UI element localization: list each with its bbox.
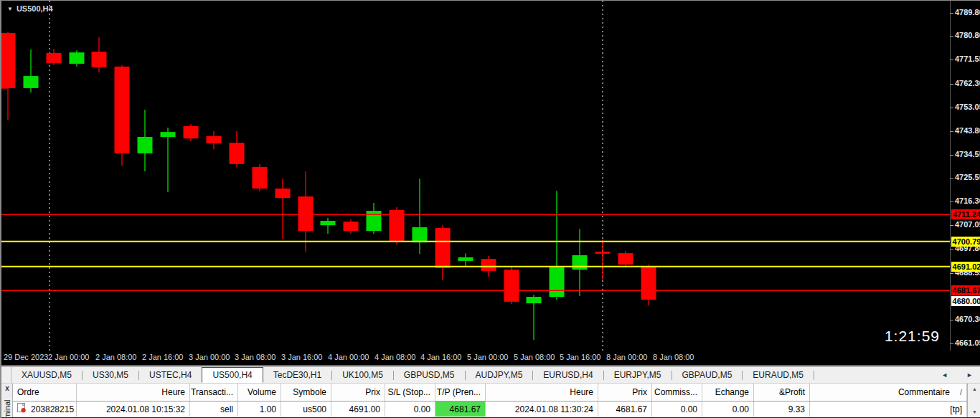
symbol-tab-euraud-m5[interactable]: EURAUD,M5 xyxy=(743,367,814,383)
symbol-tab-audjpy-m5[interactable]: AUDJPY,M5 xyxy=(466,367,533,383)
order-cell-value: sell xyxy=(220,404,233,414)
order-cell-volume[interactable]: 1.00 xyxy=(238,402,281,417)
column-header-label: Echange xyxy=(715,387,749,397)
candle-body xyxy=(184,126,199,138)
column-header-volume[interactable]: Volume xyxy=(238,384,281,401)
column-header-label: Heure xyxy=(570,387,593,397)
order-cell-commiss[interactable]: 0.00 xyxy=(652,402,702,417)
symbol-tab-us30-m5[interactable]: US30,M5 xyxy=(83,367,138,383)
chevron-down-icon[interactable]: ▼ xyxy=(7,6,13,12)
price-tick-mark xyxy=(950,13,953,14)
order-cell-heure[interactable]: 2024.01.08 10:15:32 xyxy=(77,402,190,417)
order-cell-s-l-stop[interactable]: 0.00 xyxy=(385,402,435,417)
column-header-ordre[interactable]: Ordre xyxy=(13,384,77,401)
time-axis[interactable]: 29 Dec 20232 Jan 00:002 Jan 08:002 Jan 1… xyxy=(1,351,980,366)
symbol-tab-uk100-m5[interactable]: UK100,M5 xyxy=(332,367,393,383)
order-cell-commentaire[interactable]: [tp] xyxy=(810,402,967,417)
order-cell-ordre[interactable]: 203828215 xyxy=(13,402,77,417)
terminal-tab-label[interactable]: Terminal xyxy=(3,399,11,417)
symbol-tab-gbpusd-m5[interactable]: GBPUSD,M5 xyxy=(394,367,465,383)
price-tick-label: 4707.05 xyxy=(955,220,980,229)
column-header-label: T/P (Pren... xyxy=(437,387,481,397)
symbol-tab-ustec-h4[interactable]: USTEC,H4 xyxy=(139,367,202,383)
column-header-profit[interactable]: &Profit xyxy=(754,384,810,401)
time-axis-label: 3 Jan 08:00 xyxy=(235,353,276,361)
price-tick-label: 4670.30 xyxy=(955,315,980,323)
tab-scroll-left-icon[interactable]: ◄ xyxy=(941,371,948,379)
price-tick-label: 4753.05 xyxy=(955,103,980,111)
column-header-commentaire[interactable]: Commentaire/ xyxy=(810,384,967,401)
candle-body xyxy=(641,267,656,300)
column-header-echange[interactable]: Echange xyxy=(702,384,754,401)
column-header-label: Prix xyxy=(365,387,380,397)
price-tick-mark xyxy=(950,201,953,202)
sort-glyph[interactable]: / xyxy=(960,388,962,396)
candle-body xyxy=(253,167,268,189)
terminal-scrollbar[interactable]: ▲ ▼ xyxy=(967,384,980,417)
terminal-close-button[interactable]: x xyxy=(1,384,13,394)
scroll-down-icon[interactable]: ▼ xyxy=(972,409,977,414)
price-tick-mark xyxy=(950,273,953,274)
column-header-symbole[interactable]: Symbole xyxy=(281,384,331,401)
tab-scroll-right-icon[interactable]: ► xyxy=(966,371,973,379)
time-axis-label: 8 Jan 08:00 xyxy=(653,353,694,361)
time-axis-label: 2 Jan 16:00 xyxy=(142,353,184,361)
price-axis[interactable]: 4789.804780.804771.554762.304753.054743.… xyxy=(950,1,980,351)
column-header-heure[interactable]: Heure xyxy=(486,384,598,401)
price-tick-label: 4661.05 xyxy=(955,338,980,347)
time-axis-label: 2 Jan 00:00 xyxy=(48,353,90,361)
candle-body xyxy=(47,53,62,63)
candle-body xyxy=(367,211,382,231)
time-axis-label: 29 Dec 2023 xyxy=(4,353,48,361)
symbol-tab-us500-h4[interactable]: US500,H4 xyxy=(202,367,263,383)
candle-body xyxy=(230,143,245,164)
scroll-up-icon[interactable]: ▲ xyxy=(972,386,977,391)
order-cell-t-p-pren[interactable]: 4681.67 xyxy=(435,402,486,417)
candle-body xyxy=(344,222,359,231)
order-cell-profit[interactable]: 9.33 xyxy=(754,402,810,417)
orders-table: OrdreHeureTransacti...VolumeSymbolePrixS… xyxy=(13,384,967,417)
order-cell-echange[interactable]: 0.00 xyxy=(702,402,754,417)
chart-area[interactable]: ▼ US500,H4 1:21:59 xyxy=(1,1,950,351)
candle-body xyxy=(275,189,291,198)
column-header-transacti[interactable]: Transacti... xyxy=(190,384,238,401)
order-cell-transacti[interactable]: sell xyxy=(190,402,238,417)
symbol-tab-eurjpy-m5[interactable]: EURJPY,M5 xyxy=(604,367,672,383)
time-axis-label: 4 Jan 16:00 xyxy=(420,353,462,361)
order-cell-value: 1.00 xyxy=(260,404,276,414)
column-header-heure[interactable]: Heure xyxy=(77,384,190,401)
symbol-tab-gbpaud-m5[interactable]: GBPAUD,M5 xyxy=(672,367,743,383)
order-cell-prix[interactable]: 4681.67 xyxy=(598,402,652,417)
order-row[interactable]: 2038282152024.01.08 10:15:32sell1.00us50… xyxy=(13,402,967,417)
order-cell-value: 0.00 xyxy=(414,404,430,414)
time-axis-label: 5 Jan 16:00 xyxy=(560,353,601,361)
column-header-commiss[interactable]: Commiss... xyxy=(652,384,702,401)
column-header-s-l-stop[interactable]: S/L (Stop... xyxy=(385,384,435,401)
candle-body xyxy=(481,259,496,271)
symbol-tab-tecde30-h1[interactable]: TecDE30,H1 xyxy=(263,367,331,383)
candlestick-chart[interactable] xyxy=(1,1,950,351)
symbol-tab-eurusd-h4[interactable]: EURUSD,H4 xyxy=(533,367,603,383)
chart-symbol-label: ▼ US500,H4 xyxy=(7,4,53,13)
candle-body xyxy=(435,228,451,268)
price-tick-label: 4743.80 xyxy=(955,126,980,135)
price-tick-label: 4734.55 xyxy=(955,150,980,158)
price-tick-mark xyxy=(950,60,953,60)
price-tick-mark xyxy=(950,178,953,179)
time-axis-label: 3 Jan 00:00 xyxy=(189,353,230,361)
column-header-t-p-pren[interactable]: T/P (Pren... xyxy=(435,384,486,401)
symbol-tab-xauusd-m5[interactable]: XAUUSD,M5 xyxy=(11,367,82,383)
price-line-label: 4681.67 xyxy=(951,285,980,295)
column-header-prix[interactable]: Prix xyxy=(598,384,652,401)
column-header-prix[interactable]: Prix xyxy=(331,384,385,401)
order-cell-symbole[interactable]: us500 xyxy=(281,402,331,417)
tab-bar-edge xyxy=(1,367,11,383)
order-cell-value: 4681.67 xyxy=(450,404,481,414)
candle-body xyxy=(298,196,314,231)
candle-body xyxy=(458,257,473,261)
mt4-window: ▼ US500,H4 1:21:59 4789.804780.804771.55… xyxy=(0,0,980,418)
time-axis-label: 5 Jan 08:00 xyxy=(514,353,555,361)
order-cell-heure[interactable]: 2024.01.08 11:30:24 xyxy=(486,402,598,417)
chart-tab-bar: XAUUSD,M5US30,M5USTEC,H4US500,H4TecDE30,… xyxy=(1,366,980,384)
order-cell-prix[interactable]: 4691.00 xyxy=(331,402,385,417)
